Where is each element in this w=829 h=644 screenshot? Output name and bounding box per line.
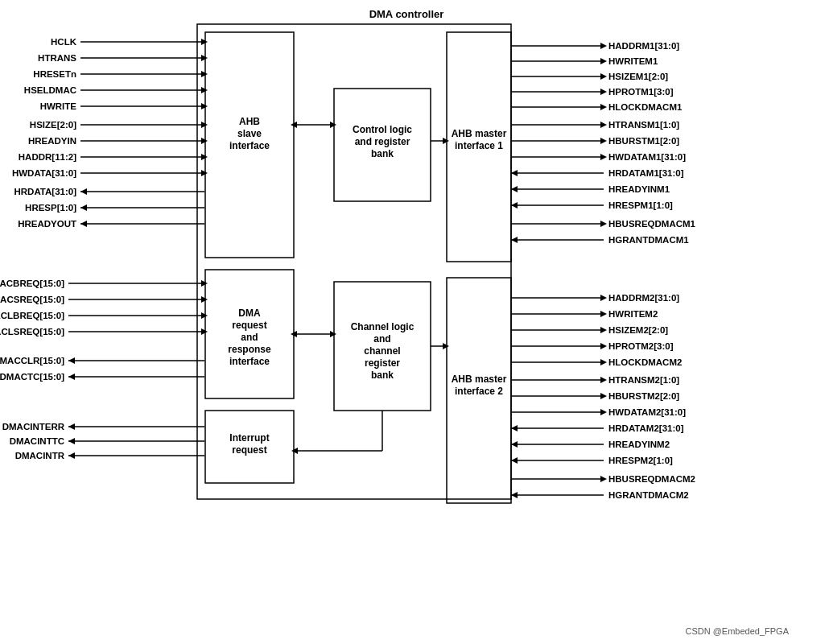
svg-text:HGRANTDMACM1: HGRANTDMACM1	[608, 235, 689, 245]
svg-text:HWDATAM1[31:0]: HWDATAM1[31:0]	[608, 152, 686, 162]
svg-text:HBURSTM2[2:0]: HBURSTM2[2:0]	[608, 391, 679, 401]
svg-text:HWDATAM2[31:0]: HWDATAM2[31:0]	[608, 407, 686, 417]
svg-text:HREADYINM2: HREADYINM2	[608, 440, 670, 449]
svg-marker-79	[68, 357, 75, 364]
svg-text:HSELDMAC: HSELDMAC	[24, 85, 76, 95]
svg-text:register: register	[365, 357, 400, 369]
svg-marker-107	[600, 43, 607, 49]
svg-marker-116	[600, 89, 607, 95]
svg-marker-49	[201, 138, 208, 144]
svg-marker-167	[600, 409, 607, 415]
svg-text:interface 1: interface 1	[455, 140, 503, 151]
svg-text:DMA: DMA	[238, 308, 261, 319]
svg-marker-82	[68, 374, 75, 380]
svg-text:HCLK: HCLK	[51, 37, 77, 47]
svg-marker-152	[600, 327, 607, 333]
svg-marker-100	[443, 138, 449, 144]
svg-text:HLOCKDMACM1: HLOCKDMACM1	[608, 102, 683, 112]
svg-text:HRESP[1:0]: HRESP[1:0]	[25, 203, 76, 213]
svg-text:HBURSTM1[2:0]: HBURSTM1[2:0]	[608, 136, 679, 146]
svg-text:HWRITEM1: HWRITEM1	[608, 56, 658, 66]
svg-text:HLOCKDMACM2: HLOCKDMACM2	[608, 357, 682, 367]
svg-marker-161	[600, 377, 607, 383]
svg-text:channel: channel	[364, 345, 400, 357]
svg-text:HADDRM1[31:0]: HADDRM1[31:0]	[608, 41, 679, 51]
svg-text:HTRANS: HTRANS	[38, 53, 76, 63]
svg-marker-67	[201, 280, 208, 287]
svg-marker-105	[291, 448, 298, 454]
svg-marker-88	[68, 438, 75, 444]
svg-marker-85	[68, 423, 75, 430]
svg-marker-98	[330, 331, 336, 337]
svg-text:bank: bank	[371, 369, 394, 381]
svg-marker-73	[201, 312, 208, 319]
svg-marker-176	[511, 457, 518, 464]
svg-text:AHB master: AHB master	[452, 128, 507, 139]
svg-text:DMACSREQ[15:0]: DMACSREQ[15:0]	[0, 295, 64, 304]
svg-text:Channel logic: Channel logic	[351, 321, 414, 332]
svg-marker-122	[600, 122, 607, 128]
svg-marker-140	[600, 221, 607, 227]
svg-text:HREADYINM1: HREADYINM1	[608, 184, 670, 194]
svg-text:and register: and register	[355, 136, 410, 147]
svg-text:Control logic: Control logic	[353, 124, 412, 135]
svg-text:HWDATA[31:0]: HWDATA[31:0]	[12, 168, 76, 178]
svg-text:HRESPM2[1:0]: HRESPM2[1:0]	[608, 456, 673, 465]
svg-marker-110	[600, 58, 607, 64]
svg-marker-182	[511, 492, 518, 498]
svg-text:HWRITEM2: HWRITEM2	[608, 309, 658, 319]
svg-text:interface: interface	[229, 140, 270, 151]
svg-marker-102	[443, 343, 449, 349]
svg-marker-131	[511, 170, 518, 176]
svg-marker-173	[511, 441, 518, 448]
svg-text:HPROTM1[3:0]: HPROTM1[3:0]	[608, 87, 674, 97]
svg-marker-149	[600, 311, 607, 317]
svg-text:DMACINTERR: DMACINTERR	[2, 422, 65, 431]
svg-marker-40	[201, 87, 208, 93]
svg-marker-43	[201, 103, 208, 109]
svg-text:HTRANSM2[1:0]: HTRANSM2[1:0]	[608, 375, 679, 385]
svg-text:response: response	[228, 344, 271, 355]
svg-text:DMACBREQ[15:0]: DMACBREQ[15:0]	[0, 279, 64, 288]
svg-marker-164	[600, 393, 607, 399]
svg-marker-113	[600, 73, 607, 80]
svg-text:DMACLSREQ[15:0]: DMACLSREQ[15:0]	[0, 327, 64, 336]
svg-text:HADDRM2[31:0]: HADDRM2[31:0]	[608, 293, 679, 303]
svg-marker-70	[201, 296, 208, 303]
svg-marker-46	[201, 122, 208, 128]
svg-text:AHB master: AHB master	[452, 374, 507, 385]
svg-text:HSIZEM1[2:0]: HSIZEM1[2:0]	[608, 72, 668, 81]
svg-marker-91	[68, 452, 75, 459]
title-text: DMA controller	[369, 8, 444, 20]
svg-text:request: request	[232, 444, 266, 456]
svg-marker-34	[201, 55, 208, 61]
svg-text:HRDATAM1[31:0]: HRDATAM1[31:0]	[608, 168, 684, 178]
svg-text:DMACCLR[15:0]: DMACCLR[15:0]	[0, 356, 64, 365]
svg-marker-119	[600, 104, 607, 110]
svg-text:HSIZE[2:0]: HSIZE[2:0]	[30, 120, 76, 130]
svg-text:HGRANTDMACM2: HGRANTDMACM2	[608, 490, 689, 500]
svg-marker-128	[600, 154, 607, 160]
svg-marker-137	[511, 202, 518, 208]
svg-marker-52	[201, 154, 208, 160]
svg-text:HREADYOUT: HREADYOUT	[18, 219, 76, 229]
svg-text:HPROTM2[3:0]: HPROTM2[3:0]	[608, 341, 674, 351]
svg-marker-125	[600, 138, 607, 144]
svg-text:HWRITE: HWRITE	[40, 101, 77, 111]
svg-marker-64	[80, 221, 87, 227]
svg-text:DMACTC[15:0]: DMACTC[15:0]	[0, 372, 64, 382]
svg-text:HRDATA[31:0]: HRDATA[31:0]	[14, 187, 76, 196]
svg-text:bank: bank	[371, 148, 394, 159]
svg-text:HREADYIN: HREADYIN	[28, 136, 76, 146]
diagram-svg: DMA controller AHB slave interface DMA r…	[0, 0, 829, 644]
svg-marker-55	[201, 170, 208, 176]
svg-marker-134	[511, 186, 518, 192]
diagram-container: DMA controller AHB slave interface DMA r…	[0, 0, 829, 644]
svg-marker-58	[80, 188, 87, 195]
svg-text:HRESPM1[1:0]: HRESPM1[1:0]	[608, 200, 673, 210]
svg-marker-170	[511, 425, 518, 431]
svg-text:DMACINTTC: DMACINTTC	[10, 436, 64, 446]
svg-text:slave: slave	[237, 128, 262, 139]
watermark-text: CSDN @Embeded_FPGA	[685, 626, 789, 636]
svg-marker-179	[600, 476, 607, 482]
